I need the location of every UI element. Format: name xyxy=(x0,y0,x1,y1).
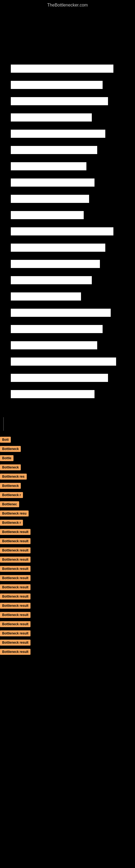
bottleneck-badge-11: Bottleneck result xyxy=(0,538,31,544)
chart-bar-19 xyxy=(11,374,108,382)
bottleneck-item-9: Bottleneck r xyxy=(0,519,135,527)
bottleneck-item-23: Bottleneck result xyxy=(0,648,135,656)
bottleneck-badge-9: Bottleneck r xyxy=(0,520,23,526)
chart-bar-11 xyxy=(11,244,105,252)
bottleneck-item-19: Bottleneck result xyxy=(0,611,135,620)
bottleneck-badge-8: Bottleneck resu xyxy=(0,510,29,517)
chart-bar-20 xyxy=(11,390,94,398)
bottleneck-item-4: Bottleneck res xyxy=(0,473,135,481)
bottleneck-badge-5: Bottleneck xyxy=(0,483,21,489)
bottleneck-badge-4: Bottleneck res xyxy=(0,474,27,479)
chart-bar-9 xyxy=(11,211,84,219)
bottleneck-badge-12: Bottleneck result xyxy=(0,547,31,553)
bottleneck-badge-2: Bottle xyxy=(0,455,13,461)
chart-bar-14 xyxy=(11,292,81,301)
chart-bar-6 xyxy=(11,162,86,170)
chart-bar-1 xyxy=(11,81,103,89)
axis-area xyxy=(1,417,135,433)
chart-bar-4 xyxy=(11,130,105,138)
bottleneck-item-21: Bottleneck result xyxy=(0,630,135,638)
chart-bar-5 xyxy=(11,146,97,154)
bottleneck-badge-19: Bottleneck result xyxy=(0,612,31,618)
bottleneck-item-22: Bottleneck result xyxy=(0,639,135,647)
chart-bar-17 xyxy=(11,341,97,349)
bottleneck-badge-22: Bottleneck result xyxy=(0,640,31,646)
chart-bar-15 xyxy=(11,309,111,317)
bottleneck-badge-21: Bottleneck result xyxy=(0,630,31,637)
bottleneck-badge-20: Bottleneck result xyxy=(0,621,31,627)
bottleneck-badge-6: Bottleneck r xyxy=(0,492,23,498)
bottleneck-item-13: Bottleneck result xyxy=(0,556,135,564)
chart-bar-12 xyxy=(11,260,100,268)
chart-bar-13 xyxy=(11,276,92,284)
bottleneck-badge-1: Bottleneck xyxy=(0,446,21,452)
chart-bar-0 xyxy=(11,65,114,73)
bottleneck-badge-23: Bottleneck result xyxy=(0,649,31,655)
bottleneck-item-18: Bottleneck result xyxy=(0,602,135,610)
bottleneck-badge-7: Bottlenec xyxy=(0,501,19,507)
bottleneck-item-14: Bottleneck result xyxy=(0,565,135,574)
chart-bar-10 xyxy=(11,227,114,236)
bottleneck-item-7: Bottlenec xyxy=(0,501,135,509)
bottleneck-item-2: Bottle xyxy=(0,455,135,463)
bottleneck-badge-3: Bottleneck xyxy=(0,464,21,470)
site-title: TheBottlenecker.com xyxy=(0,0,135,10)
bottleneck-badge-15: Bottleneck result xyxy=(0,575,31,581)
bottleneck-item-3: Bottleneck xyxy=(0,464,135,472)
bottleneck-item-20: Bottleneck result xyxy=(0,621,135,629)
chart-bar-7 xyxy=(11,179,94,187)
chart-bar-2 xyxy=(11,97,108,105)
chart-bar-16 xyxy=(11,325,103,333)
bottleneck-badge-18: Bottleneck result xyxy=(0,603,31,609)
y-axis-line xyxy=(3,417,4,431)
bottleneck-item-15: Bottleneck result xyxy=(0,575,135,583)
bottleneck-item-11: Bottleneck result xyxy=(0,538,135,546)
bottleneck-results-list: BottBottleneckBottleBottleneckBottleneck… xyxy=(0,433,135,660)
bottleneck-item-8: Bottleneck resu xyxy=(0,510,135,518)
bottleneck-item-6: Bottleneck r xyxy=(0,492,135,500)
bottleneck-badge-16: Bottleneck result xyxy=(0,584,31,590)
bottleneck-badge-14: Bottleneck result xyxy=(0,566,31,572)
bottleneck-badge-13: Bottleneck result xyxy=(0,557,31,563)
bottleneck-item-12: Bottleneck result xyxy=(0,547,135,555)
bar-chart xyxy=(5,10,130,417)
bottleneck-item-5: Bottleneck xyxy=(0,482,135,490)
bottleneck-item-16: Bottleneck result xyxy=(0,584,135,592)
bottleneck-item-1: Bottleneck xyxy=(0,445,135,454)
chart-bar-3 xyxy=(11,113,92,122)
bottleneck-badge-10: Bottleneck result xyxy=(0,529,31,535)
chart-bar-8 xyxy=(11,195,89,203)
chart-bar-18 xyxy=(11,358,116,366)
chart-container xyxy=(5,10,130,417)
bottleneck-item-10: Bottleneck result xyxy=(0,528,135,536)
bottleneck-item-0: Bott xyxy=(0,436,135,444)
bottleneck-item-17: Bottleneck result xyxy=(0,593,135,601)
bottleneck-badge-17: Bottleneck result xyxy=(0,593,31,599)
bottleneck-badge-0: Bott xyxy=(0,437,11,443)
